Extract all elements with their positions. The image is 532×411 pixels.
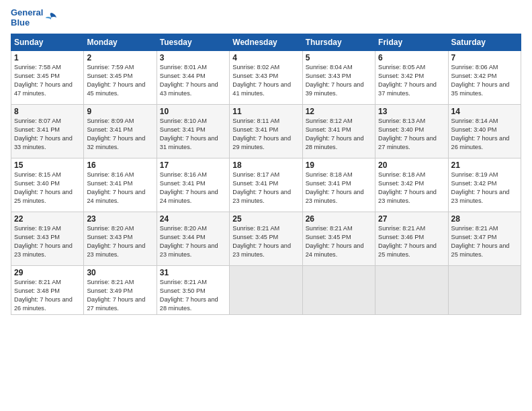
col-saturday: Saturday xyxy=(448,34,521,50)
table-row: 8 Sunrise: 8:07 AM Sunset: 3:41 PM Dayli… xyxy=(11,104,84,158)
col-thursday: Thursday xyxy=(302,34,375,50)
table-row: 24 Sunrise: 8:20 AM Sunset: 3:44 PM Dayl… xyxy=(157,212,229,265)
col-friday: Friday xyxy=(375,34,448,50)
table-row: 1 Sunrise: 7:58 AM Sunset: 3:45 PM Dayli… xyxy=(11,50,84,104)
table-row: 22 Sunrise: 8:19 AM Sunset: 3:43 PM Dayl… xyxy=(11,212,84,265)
table-row: 1 Sunrise: 7:58 AM Sunset: 3:45 PM Dayli… xyxy=(11,50,521,104)
logo: General Blue xyxy=(11,8,58,28)
table-row: 9 Sunrise: 8:09 AM Sunset: 3:41 PM Dayli… xyxy=(84,104,157,158)
table-row: 22 Sunrise: 8:19 AM Sunset: 3:43 PM Dayl… xyxy=(11,212,521,265)
table-row: 10 Sunrise: 8:10 AM Sunset: 3:41 PM Dayl… xyxy=(157,104,229,158)
table-row: 27 Sunrise: 8:21 AM Sunset: 3:46 PM Dayl… xyxy=(375,212,448,265)
table-row: 15 Sunrise: 8:15 AM Sunset: 3:40 PM Dayl… xyxy=(11,158,84,212)
table-row: 5 Sunrise: 8:04 AM Sunset: 3:43 PM Dayli… xyxy=(302,50,375,104)
table-row: 16 Sunrise: 8:16 AM Sunset: 3:41 PM Dayl… xyxy=(84,158,157,212)
col-tuesday: Tuesday xyxy=(157,34,229,50)
col-monday: Monday xyxy=(84,34,157,50)
table-row: 23 Sunrise: 8:20 AM Sunset: 3:43 PM Dayl… xyxy=(84,212,157,265)
table-row: 4 Sunrise: 8:02 AM Sunset: 3:43 PM Dayli… xyxy=(230,50,302,104)
empty-cell xyxy=(375,265,448,315)
table-row: 20 Sunrise: 8:18 AM Sunset: 3:42 PM Dayl… xyxy=(375,158,448,212)
table-row: 17 Sunrise: 8:16 AM Sunset: 3:41 PM Dayl… xyxy=(157,158,229,212)
table-row: 31 Sunrise: 8:21 AM Sunset: 3:50 PM Dayl… xyxy=(157,265,229,315)
table-row: 8 Sunrise: 8:07 AM Sunset: 3:41 PM Dayli… xyxy=(11,104,521,158)
table-row: 30 Sunrise: 8:21 AM Sunset: 3:49 PM Dayl… xyxy=(84,265,157,315)
table-row: 13 Sunrise: 8:13 AM Sunset: 3:40 PM Dayl… xyxy=(375,104,448,158)
table-row: 7 Sunrise: 8:06 AM Sunset: 3:42 PM Dayli… xyxy=(448,50,521,104)
table-row: 29 Sunrise: 8:21 AM Sunset: 3:48 PM Dayl… xyxy=(11,265,84,315)
logo-bird-icon xyxy=(44,11,58,25)
table-row: 15 Sunrise: 8:15 AM Sunset: 3:40 PM Dayl… xyxy=(11,158,521,212)
table-row: 25 Sunrise: 8:21 AM Sunset: 3:45 PM Dayl… xyxy=(230,212,302,265)
table-row: 29 Sunrise: 8:21 AM Sunset: 3:48 PM Dayl… xyxy=(11,265,521,315)
table-row: 18 Sunrise: 8:17 AM Sunset: 3:41 PM Dayl… xyxy=(230,158,302,212)
table-row: 12 Sunrise: 8:12 AM Sunset: 3:41 PM Dayl… xyxy=(302,104,375,158)
table-row: 6 Sunrise: 8:05 AM Sunset: 3:42 PM Dayli… xyxy=(375,50,448,104)
empty-cell xyxy=(302,265,375,315)
table-row: 21 Sunrise: 8:19 AM Sunset: 3:42 PM Dayl… xyxy=(448,158,521,212)
header: General Blue xyxy=(11,8,521,28)
table-row: 19 Sunrise: 8:18 AM Sunset: 3:41 PM Dayl… xyxy=(302,158,375,212)
col-wednesday: Wednesday xyxy=(230,34,302,50)
col-sunday: Sunday xyxy=(11,34,84,50)
table-row: 3 Sunrise: 8:01 AM Sunset: 3:44 PM Dayli… xyxy=(157,50,229,104)
table-row: 28 Sunrise: 8:21 AM Sunset: 3:47 PM Dayl… xyxy=(448,212,521,265)
table-row: 26 Sunrise: 8:21 AM Sunset: 3:45 PM Dayl… xyxy=(302,212,375,265)
calendar-table: Sunday Monday Tuesday Wednesday Thursday… xyxy=(11,34,521,316)
table-row: 11 Sunrise: 8:11 AM Sunset: 3:41 PM Dayl… xyxy=(230,104,302,158)
header-row: Sunday Monday Tuesday Wednesday Thursday… xyxy=(11,34,521,50)
table-row: 14 Sunrise: 8:14 AM Sunset: 3:40 PM Dayl… xyxy=(448,104,521,158)
empty-cell xyxy=(448,265,521,315)
table-row: 2 Sunrise: 7:59 AM Sunset: 3:45 PM Dayli… xyxy=(84,50,157,104)
calendar-page: General Blue Sunday Monday Tuesday Wedne… xyxy=(0,0,532,411)
empty-cell xyxy=(230,265,302,315)
